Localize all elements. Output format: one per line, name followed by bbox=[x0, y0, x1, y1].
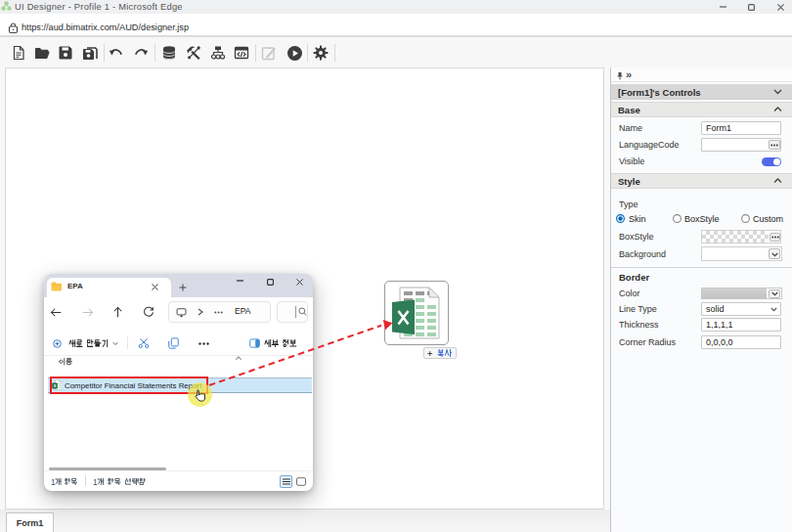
svg-text:1: 1 bbox=[51, 478, 56, 485]
svg-text:1: 1 bbox=[93, 478, 98, 485]
